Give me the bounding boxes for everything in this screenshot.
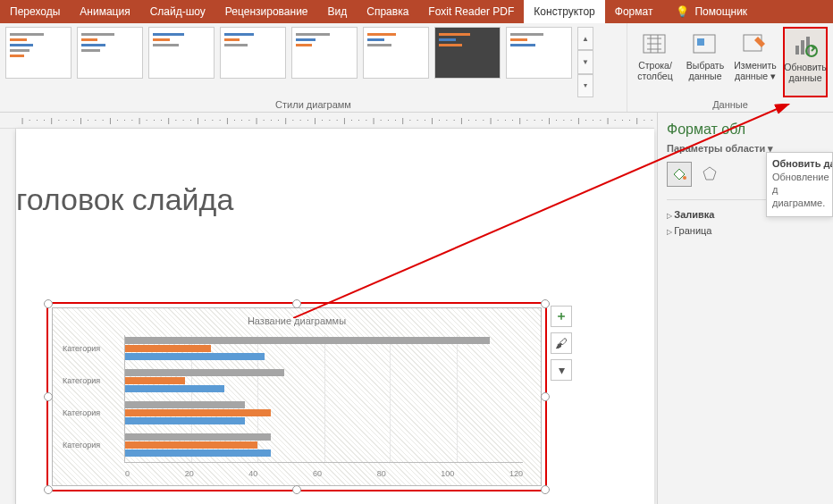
category-label: Категория bbox=[63, 344, 116, 353]
paint-bucket-icon bbox=[670, 165, 688, 183]
tell-me[interactable]: 💡 Помощник bbox=[666, 0, 757, 23]
tab-review[interactable]: Рецензирование bbox=[215, 0, 318, 23]
svg-rect-5 bbox=[801, 40, 804, 55]
resize-handle[interactable] bbox=[292, 299, 301, 308]
resize-handle[interactable] bbox=[44, 485, 53, 494]
tab-animation[interactable]: Анимация bbox=[70, 0, 139, 23]
category-label: Категория bbox=[63, 441, 116, 449]
chart-style-1[interactable] bbox=[5, 27, 72, 79]
group-styles-label: Стили диаграмм bbox=[5, 97, 621, 110]
refresh-data-icon bbox=[790, 30, 820, 61]
edit-data-icon bbox=[740, 29, 770, 59]
switch-row-column-icon bbox=[640, 29, 670, 59]
brush-icon: 🖌 bbox=[555, 336, 568, 350]
chart-quick-tools: ＋ 🖌 ▾ bbox=[551, 306, 572, 381]
group-data-label: Данные bbox=[633, 97, 828, 110]
chart-style-4[interactable] bbox=[220, 27, 286, 79]
svg-rect-4 bbox=[795, 46, 799, 55]
category-label: Категория bbox=[63, 408, 116, 417]
vertical-ruler bbox=[0, 129, 16, 504]
horizontal-ruler: |···|···|···|···|···|···|···|···|···|···… bbox=[0, 113, 654, 129]
slide-title-fragment[interactable]: головок слайда bbox=[16, 182, 233, 217]
chart-title[interactable]: Название диаграммы bbox=[53, 315, 541, 326]
tell-me-label: Помощник bbox=[694, 5, 747, 18]
edit-data-button[interactable]: Изменить данные ▾ bbox=[733, 27, 778, 97]
select-data-button[interactable]: Выбрать данные bbox=[683, 27, 728, 97]
chart-styles-button[interactable]: 🖌 bbox=[551, 332, 572, 354]
pentagon-icon bbox=[701, 165, 719, 183]
resize-handle[interactable] bbox=[541, 299, 550, 308]
tooltip-refresh-data: Обновить да Обновление д диаграмме. bbox=[766, 152, 833, 217]
tab-help[interactable]: Справка bbox=[357, 0, 418, 23]
chart-style-3[interactable] bbox=[148, 27, 215, 79]
style-nav-up[interactable]: ▲ bbox=[577, 27, 593, 50]
style-nav-more[interactable]: ▾ bbox=[577, 74, 593, 97]
tab-view[interactable]: Вид bbox=[318, 0, 358, 23]
effects-tab[interactable] bbox=[697, 162, 722, 187]
tab-slideshow[interactable]: Слайд-шоу bbox=[140, 0, 215, 23]
svg-point-8 bbox=[683, 176, 686, 180]
resize-handle[interactable] bbox=[44, 299, 53, 308]
chart-object[interactable]: Название диаграммы Категория Категория К bbox=[52, 307, 542, 486]
chart-filters-button[interactable]: ▾ bbox=[551, 359, 572, 381]
resize-handle[interactable] bbox=[541, 485, 550, 494]
resize-handle[interactable] bbox=[292, 485, 301, 494]
chart-style-5[interactable] bbox=[291, 27, 358, 79]
switch-row-column-button[interactable]: Строка/ столбец bbox=[633, 27, 677, 97]
group-data: Строка/ столбец Выбрать данные Изменить … bbox=[627, 23, 833, 112]
chart-elements-button[interactable]: ＋ bbox=[551, 306, 572, 327]
style-gallery-nav: ▲ ▼ ▾ bbox=[577, 27, 593, 97]
resize-handle[interactable] bbox=[541, 392, 550, 401]
tab-format[interactable]: Формат bbox=[605, 0, 663, 23]
x-axis: 0 20 40 60 80 100 120 bbox=[125, 469, 523, 478]
style-nav-down[interactable]: ▼ bbox=[577, 50, 593, 73]
chart-plot-area[interactable]: Категория Категория Категория Категория bbox=[124, 335, 523, 463]
resize-handle[interactable] bbox=[44, 392, 53, 401]
svg-rect-2 bbox=[697, 38, 704, 46]
ribbon-tabs: Переходы Анимация Слайд-шоу Рецензирован… bbox=[0, 0, 833, 23]
group-chart-styles: ▲ ▼ ▾ Стили диаграмм bbox=[0, 23, 627, 112]
chart-style-6[interactable] bbox=[363, 27, 429, 79]
format-pane-title: Формат обл bbox=[667, 122, 824, 138]
chart-style-8[interactable] bbox=[506, 27, 572, 79]
tab-foxit[interactable]: Foxit Reader PDF bbox=[418, 0, 524, 23]
tab-design[interactable]: Конструктор bbox=[524, 0, 604, 23]
chart-object-selection[interactable]: Название диаграммы Категория Категория К bbox=[46, 302, 547, 491]
border-section[interactable]: Граница bbox=[667, 225, 824, 236]
lightbulb-icon: 💡 bbox=[676, 5, 689, 18]
chart-style-2[interactable] bbox=[77, 27, 143, 79]
funnel-icon: ▾ bbox=[559, 363, 565, 377]
tab-transitions[interactable]: Переходы bbox=[0, 0, 70, 23]
ribbon-body: ▲ ▼ ▾ Стили диаграмм Строка/ столбец Выб… bbox=[0, 23, 833, 113]
select-data-icon bbox=[690, 29, 720, 59]
category-label: Категория bbox=[63, 376, 116, 385]
chart-style-7[interactable] bbox=[434, 27, 501, 79]
fill-line-tab[interactable] bbox=[667, 162, 692, 187]
plus-icon: ＋ bbox=[555, 308, 568, 324]
refresh-data-button[interactable]: Обновить данные bbox=[783, 27, 828, 97]
